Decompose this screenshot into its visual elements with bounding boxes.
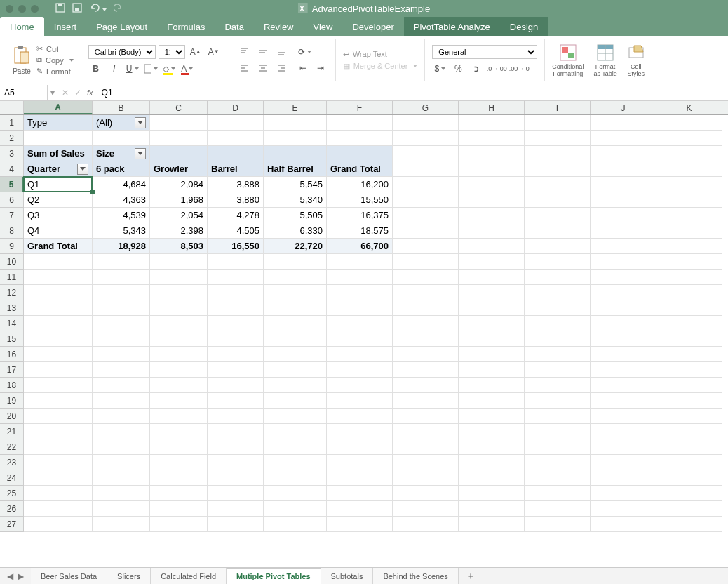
cell-G11[interactable] [393,270,459,285]
cell-I7[interactable] [525,208,591,223]
cell-J17[interactable] [591,362,656,378]
name-box[interactable] [0,85,48,100]
cell-C27[interactable] [150,517,208,532]
cell-C14[interactable] [150,316,208,331]
cell-G3[interactable] [393,146,459,161]
row-header-3[interactable]: 3 [0,146,24,161]
align-middle-button[interactable] [255,45,271,59]
cell-J15[interactable] [591,331,656,347]
cell-H2[interactable] [459,131,525,146]
cell-F4[interactable]: Grand Total [327,161,393,177]
cell-H17[interactable] [459,362,525,378]
cell-G21[interactable] [393,424,459,439]
conditional-formatting-button[interactable]: Conditional Formatting [552,44,584,77]
col-header-B[interactable]: B [93,101,150,114]
cell-A8[interactable]: Q4 [24,223,93,239]
cell-J14[interactable] [591,316,656,331]
cell-I6[interactable] [525,192,591,208]
cell-E26[interactable] [264,501,327,517]
cell-D7[interactable]: 4,278 [208,208,264,223]
fx-icon[interactable]: fx [87,88,93,97]
border-button[interactable] [143,62,159,76]
cell-K7[interactable] [656,208,722,223]
tab-pivot-analyze[interactable]: PivotTable Analyze [404,17,500,36]
row-header-20[interactable]: 20 [0,409,24,424]
cell-F9[interactable]: 66,700 [327,239,393,254]
add-sheet-button[interactable]: ＋ [459,570,483,583]
cell-K23[interactable] [656,455,722,470]
cell-J6[interactable] [591,192,656,208]
cell-A17[interactable] [24,362,93,378]
cell-B10[interactable] [93,254,150,270]
cell-C22[interactable] [150,439,208,455]
row-header-1[interactable]: 1 [0,115,24,131]
cell-F21[interactable] [327,424,393,439]
cell-J4[interactable] [591,161,656,177]
cell-F18[interactable] [327,378,393,393]
align-left-button[interactable] [236,61,252,75]
cell-K17[interactable] [656,362,722,378]
cell-I26[interactable] [525,501,591,517]
cell-I3[interactable] [525,146,591,161]
cell-K1[interactable] [656,115,722,131]
cell-F20[interactable] [327,409,393,424]
cell-H23[interactable] [459,455,525,470]
cell-E12[interactable] [264,285,327,300]
cell-C24[interactable] [150,470,208,486]
cell-J18[interactable] [591,378,656,393]
cell-D16[interactable] [208,347,264,362]
cell-F2[interactable] [327,131,393,146]
cell-E24[interactable] [264,470,327,486]
tab-developer[interactable]: Developer [342,17,403,36]
cell-H10[interactable] [459,254,525,270]
sheet-tab-subtotals[interactable]: Subtotals [321,568,374,585]
cell-I4[interactable] [525,161,591,177]
col-header-C[interactable]: C [150,101,208,114]
cell-H8[interactable] [459,223,525,239]
cell-G13[interactable] [393,300,459,316]
cell-B13[interactable] [93,300,150,316]
cell-F1[interactable] [327,115,393,131]
cell-D26[interactable] [208,501,264,517]
cell-D8[interactable]: 4,505 [208,223,264,239]
cell-G15[interactable] [393,331,459,347]
row-header-19[interactable]: 19 [0,393,24,409]
cell-F19[interactable] [327,393,393,409]
cell-H21[interactable] [459,424,525,439]
cell-D20[interactable] [208,409,264,424]
cell-G19[interactable] [393,393,459,409]
cell-H11[interactable] [459,270,525,285]
cell-K16[interactable] [656,347,722,362]
cell-J2[interactable] [591,131,656,146]
increase-font-button[interactable]: A▲ [188,45,203,59]
cell-B21[interactable] [93,424,150,439]
cell-H25[interactable] [459,486,525,501]
tab-home[interactable]: Home [0,17,44,36]
cell-G25[interactable] [393,486,459,501]
cell-C15[interactable] [150,331,208,347]
save-icon[interactable] [55,3,65,15]
sheet-nav-next[interactable]: ▶ [18,571,24,581]
cell-B3[interactable]: Size [93,146,150,161]
cell-I10[interactable] [525,254,591,270]
sheet-tab-behind-the-scenes[interactable]: Behind the Scenes [373,568,458,585]
cell-G8[interactable] [393,223,459,239]
cell-J1[interactable] [591,115,656,131]
filter-dropdown[interactable] [135,117,146,128]
cell-D17[interactable] [208,362,264,378]
cell-A18[interactable] [24,378,93,393]
cell-C11[interactable] [150,270,208,285]
row-header-22[interactable]: 22 [0,439,24,455]
cell-J11[interactable] [591,270,656,285]
cell-B23[interactable] [93,455,150,470]
row-header-2[interactable]: 2 [0,131,24,146]
cell-J13[interactable] [591,300,656,316]
cell-I27[interactable] [525,517,591,532]
paste-button[interactable]: Paste [13,45,31,75]
cell-B11[interactable] [93,270,150,285]
cell-B15[interactable] [93,331,150,347]
cell-C4[interactable]: Growler [150,161,208,177]
cell-I19[interactable] [525,393,591,409]
underline-button[interactable]: U [125,62,140,76]
cell-B2[interactable] [93,131,150,146]
